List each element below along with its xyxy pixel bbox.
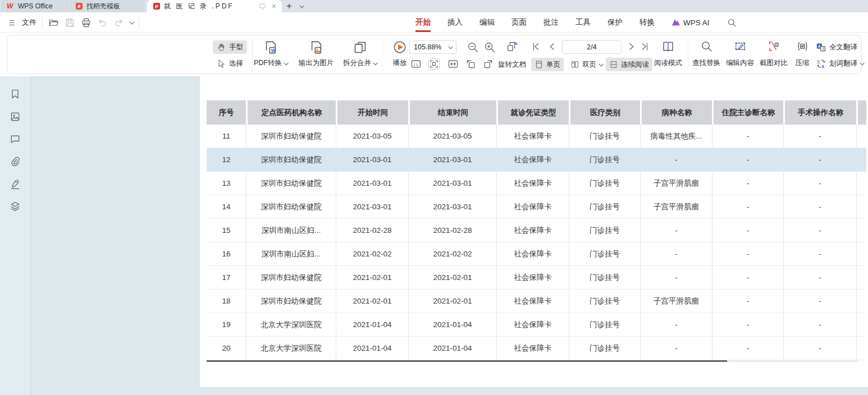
table-row[interactable]: 18深圳市妇幼保健院2021-02-012021-02-01社会保障卡门诊挂号子… xyxy=(207,290,868,313)
export-image-button[interactable]: 输出为图片 xyxy=(294,38,339,71)
table-cell: 2021-02-01 xyxy=(408,290,496,313)
read-mode-label: 阅读模式 xyxy=(654,58,682,68)
table-cell: 2021-02-01 xyxy=(336,290,408,313)
comments-panel-icon[interactable] xyxy=(10,134,21,145)
compress-label: 压缩 xyxy=(796,58,810,68)
last-page-icon[interactable] xyxy=(639,42,650,52)
next-page-icon[interactable] xyxy=(626,42,636,52)
page-indicator-value: 2/4 xyxy=(587,43,596,51)
more-actions-chevron-icon[interactable] xyxy=(129,20,134,24)
left-sidebar-rail xyxy=(0,76,31,395)
new-tab-button[interactable]: + xyxy=(286,1,292,12)
table-row[interactable]: 17深圳市妇幼保健院2021-02-012021-02-01社会保障卡门诊挂号-… xyxy=(207,266,868,290)
rotate-left-icon[interactable] xyxy=(465,58,477,70)
divider xyxy=(688,40,688,70)
table-cell: 社会保障卡 xyxy=(496,337,569,360)
tab-docer-templates[interactable]: 找稻壳模板 xyxy=(70,0,145,12)
zoom-out-icon[interactable] xyxy=(467,41,479,53)
rotate-right-icon[interactable] xyxy=(482,58,494,70)
column-header: 定点医药机构名称 xyxy=(246,100,336,125)
close-tab-icon[interactable]: × xyxy=(272,2,276,10)
table-row[interactable]: 15深圳市南山区妇...2021-02-282021-02-28社会保障卡门诊挂… xyxy=(207,219,868,242)
search-icon[interactable] xyxy=(727,17,737,28)
chevron-down-icon xyxy=(860,61,864,65)
pdf-convert-button[interactable]: W PDF转换 xyxy=(249,38,293,71)
menu-tab-insert[interactable]: 插入 xyxy=(447,12,463,33)
tab-wps-office[interactable]: W WPS Office xyxy=(1,0,68,12)
table-cell: - xyxy=(640,266,712,290)
table-cell-partial xyxy=(856,172,866,195)
table-row[interactable]: 19北京大学深圳医院2021-01-042021-01-04社会保障卡门诊挂号-… xyxy=(207,313,868,337)
tab-label: 就 医 记 录 .PDF xyxy=(164,2,234,11)
first-page-icon[interactable] xyxy=(531,42,541,52)
layers-panel-icon[interactable] xyxy=(10,201,21,212)
fit-page-icon[interactable] xyxy=(428,58,440,70)
menu-tab-home[interactable]: 开始 xyxy=(415,12,431,33)
table-row[interactable]: 12深圳市妇幼保健院2021-03-012021-03-01社会保障卡门诊挂号-… xyxy=(207,148,868,172)
open-file-icon[interactable] xyxy=(48,17,59,28)
split-merge-button[interactable]: 拆分合并 xyxy=(340,38,380,71)
screenshot-compare-button[interactable]: 截图对比 xyxy=(757,38,790,71)
table-cell: 2021-01-04 xyxy=(336,313,408,337)
attachments-panel-icon[interactable] xyxy=(10,156,21,167)
table-cell: 深圳市妇幼保健院 xyxy=(246,148,336,172)
zoom-level-value: 105.88% xyxy=(414,43,441,51)
read-mode-button[interactable]: 阅读模式 xyxy=(651,38,686,71)
file-menu-button[interactable]: 文件 xyxy=(8,17,36,28)
rotate-pages-icon[interactable] xyxy=(506,40,518,53)
rotate-document-button[interactable]: 旋转文档 xyxy=(497,58,527,71)
edit-content-button[interactable]: 编辑内容 xyxy=(724,38,756,71)
table-row[interactable]: 14深圳市妇幼保健院2021-03-012021-03-01社会保障卡门诊挂号子… xyxy=(207,195,868,219)
actual-size-icon[interactable]: 1:1 xyxy=(410,58,422,70)
table-cell: 门诊挂号 xyxy=(569,266,640,290)
undo-icon[interactable] xyxy=(97,17,108,28)
table-cell: 2021-02-28 xyxy=(336,219,408,242)
column-header: 结束时间 xyxy=(408,100,496,125)
continuous-read-button[interactable]: 连续阅读 xyxy=(606,58,652,71)
table-row[interactable]: 20北京大学深圳医院2021-01-042021-01-04社会保障卡门诊挂号-… xyxy=(207,337,868,360)
table-cell-partial xyxy=(856,125,866,148)
table-cell: 2021-02-01 xyxy=(336,266,408,290)
compress-button[interactable]: 压缩 xyxy=(792,38,812,71)
menu-tab-convert[interactable]: 转换 xyxy=(639,12,655,33)
bookmarks-panel-icon[interactable] xyxy=(10,89,21,100)
save-icon[interactable] xyxy=(65,17,75,28)
menu-tab-page[interactable]: 页面 xyxy=(511,12,527,33)
table-cell: - xyxy=(783,337,856,360)
word-translate-button[interactable]: 文A 划词翻译 xyxy=(816,57,864,70)
page-indicator-input[interactable]: 2/4 xyxy=(562,40,622,54)
signature-panel-icon[interactable] xyxy=(10,178,21,190)
fit-width-icon[interactable] xyxy=(447,58,459,70)
full-translate-button[interactable]: A文 全文翻译 xyxy=(816,40,857,54)
previous-page-icon[interactable] xyxy=(547,42,558,52)
table-cell: 北京大学深圳医院 xyxy=(246,337,336,360)
menu-tab-comment[interactable]: 批注 xyxy=(543,12,559,33)
select-tool-button[interactable]: 选择 xyxy=(213,57,247,70)
redo-icon[interactable] xyxy=(113,17,124,28)
svg-text:文: 文 xyxy=(821,47,825,50)
pdf-logo-icon: P xyxy=(153,2,161,10)
zoom-in-icon[interactable] xyxy=(483,41,496,53)
menu-tab-tools[interactable]: 工具 xyxy=(575,12,591,33)
tab-list-chevron-icon[interactable] xyxy=(299,3,304,8)
detach-window-icon[interactable] xyxy=(258,2,267,11)
menu-tab-wps-ai[interactable]: WPS AI xyxy=(671,19,710,27)
table-cell: 18 xyxy=(207,290,246,313)
double-page-button[interactable]: 双页 xyxy=(567,58,606,71)
menu-tab-edit[interactable]: 编辑 xyxy=(479,12,495,33)
images-panel-icon[interactable] xyxy=(10,111,21,122)
tab-medical-record-pdf[interactable]: P 就 医 记 录 .PDF × xyxy=(147,0,282,12)
find-replace-button[interactable]: 查找替换 xyxy=(690,38,723,71)
table-row[interactable]: 16深圳市南山区妇...2021-02-022021-02-02社会保障卡门诊挂… xyxy=(207,242,868,266)
print-icon[interactable] xyxy=(81,17,92,28)
zoom-level-combobox[interactable]: 105.88% xyxy=(409,40,456,54)
table-cell: 2021-02-02 xyxy=(408,242,496,266)
table-row[interactable]: 13深圳市妇幼保健院2021-03-012021-03-01社会保障卡门诊挂号子… xyxy=(207,172,868,195)
table-cell: - xyxy=(712,313,783,337)
table-row[interactable]: 11深圳市妇幼保健院2021-03-052021-03-05社会保障卡门诊挂号病… xyxy=(207,125,868,148)
single-page-button[interactable]: 单页 xyxy=(531,58,564,71)
table-cell: - xyxy=(712,266,783,290)
hand-tool-button[interactable]: 手型 xyxy=(213,40,247,54)
docer-logo-icon xyxy=(75,2,83,10)
menu-tab-protect[interactable]: 保护 xyxy=(607,12,623,33)
